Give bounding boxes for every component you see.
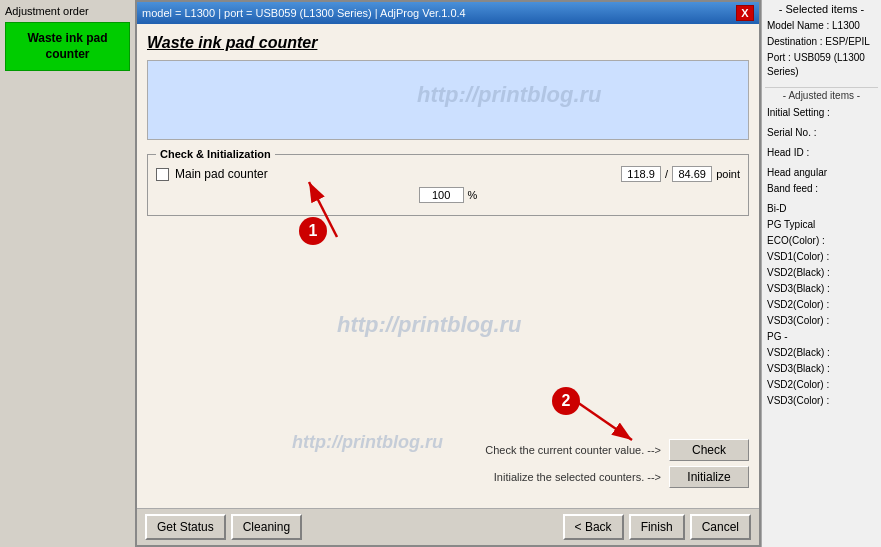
dialog-window: model = L1300 | port = USB059 (L1300 Ser… <box>135 0 761 547</box>
right-panel-item: PG - <box>765 329 878 345</box>
adjustment-order-title: Adjustment order <box>5 5 130 17</box>
right-panel-item: Head angular <box>765 165 878 181</box>
finish-button[interactable]: Finish <box>629 514 685 540</box>
left-panel: Adjustment order Waste ink pad counter <box>0 0 135 547</box>
bottom-bar: Get Status Cleaning < Back Finish Cancel <box>137 508 759 545</box>
check-init-legend: Check & Initialization <box>156 148 275 160</box>
initialize-button[interactable]: Initialize <box>669 466 749 488</box>
output-area[interactable] <box>147 60 749 140</box>
dialog-content: Waste ink pad counter Check & Initializa… <box>137 24 759 508</box>
action-area: Check the current counter value. --> Che… <box>147 224 749 498</box>
percent-row: 100 % <box>156 187 740 203</box>
main-pad-label: Main pad counter <box>175 167 268 181</box>
dialog-title: Waste ink pad counter <box>147 34 749 52</box>
init-row: Initialize the selected counters. --> In… <box>147 466 749 488</box>
right-panel-item: VSD2(Color) : <box>765 377 878 393</box>
right-panel-item: ECO(Color) : <box>765 233 878 249</box>
right-panel-item: VSD1(Color) : <box>765 249 878 265</box>
counter-values: 118.9 / 84.69 point <box>621 166 740 182</box>
cancel-button[interactable]: Cancel <box>690 514 751 540</box>
right-panel-item: VSD3(Black) : <box>765 361 878 377</box>
percent-box: 100 <box>419 187 464 203</box>
right-panel-item: Initial Setting : <box>765 105 878 121</box>
right-panel: - Selected items - Model Name : L1300Des… <box>761 0 881 547</box>
main-pad-row: Main pad counter 118.9 / 84.69 point <box>156 166 740 182</box>
title-bar: model = L1300 | port = USB059 (L1300 Ser… <box>137 2 759 24</box>
init-action-label: Initialize the selected counters. --> <box>494 471 661 483</box>
right-panel-item: Head ID : <box>765 145 878 161</box>
right-panel-item <box>765 80 878 84</box>
value-unit: point <box>716 168 740 180</box>
check-button[interactable]: Check <box>669 439 749 461</box>
right-panel-item: VSD2(Black) : <box>765 265 878 281</box>
right-panel-item: VSD2(Color) : <box>765 297 878 313</box>
right-panel-item: PG Typical <box>765 217 878 233</box>
get-status-button[interactable]: Get Status <box>145 514 226 540</box>
selected-items-title: - Selected items - <box>765 3 878 15</box>
right-panel-item: Serial No. : <box>765 125 878 141</box>
check-row: Check the current counter value. --> Che… <box>147 439 749 461</box>
right-panel-item: VSD3(Color) : <box>765 313 878 329</box>
back-button[interactable]: < Back <box>563 514 624 540</box>
check-init-group: Check & Initialization Main pad counter … <box>147 148 749 216</box>
main-pad-checkbox[interactable] <box>156 168 169 181</box>
right-panel-item: Model Name : L1300 <box>765 18 878 34</box>
title-bar-text: model = L1300 | port = USB059 (L1300 Ser… <box>142 7 466 19</box>
right-panel-item: Band feed : <box>765 181 878 197</box>
right-items-container: Model Name : L1300Destination : ESP/EPIL… <box>765 18 878 409</box>
value-box-1: 118.9 <box>621 166 661 182</box>
right-panel-item: - Adjusted items - <box>765 87 878 101</box>
waste-ink-btn[interactable]: Waste ink pad counter <box>5 22 130 71</box>
right-panel-item: VSD3(Black) : <box>765 281 878 297</box>
right-panel-item: VSD3(Color) : <box>765 393 878 409</box>
right-panel-item: VSD2(Black) : <box>765 345 878 361</box>
percent-unit: % <box>468 189 478 201</box>
close-button[interactable]: X <box>736 5 754 21</box>
check-action-label: Check the current counter value. --> <box>485 444 661 456</box>
right-panel-item: Destination : ESP/EPIL <box>765 34 878 50</box>
right-panel-item: Port : USB059 (L1300 Series) <box>765 50 878 80</box>
cleaning-button[interactable]: Cleaning <box>231 514 302 540</box>
right-panel-item: Bi-D <box>765 201 878 217</box>
value-sep: / <box>665 168 668 180</box>
value-box-2: 84.69 <box>672 166 712 182</box>
